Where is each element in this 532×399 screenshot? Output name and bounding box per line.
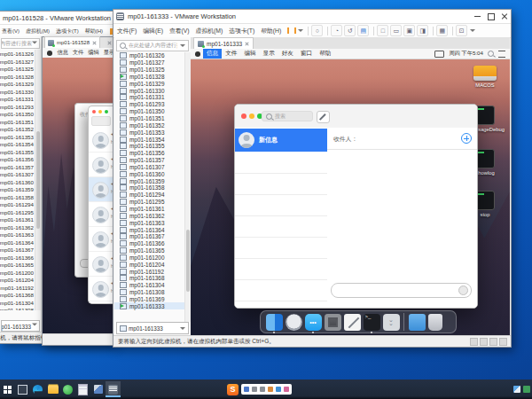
vm-list-item[interactable]: mp01-161352 (0, 125, 35, 133)
vm-list-item[interactable]: mp01-161294 (0, 200, 35, 208)
vm-list-item[interactable]: mp01-161192 (114, 268, 185, 275)
vm-list-item[interactable]: mp01-161359 (0, 185, 35, 193)
display-caret-icon[interactable] (470, 29, 475, 32)
buddy-row[interactable]: +86 http (89, 277, 114, 301)
vm-list-item[interactable]: mp01-161295 (114, 199, 185, 206)
messages-search-field[interactable]: 搜索 (262, 111, 313, 121)
apple-logo-icon[interactable] (195, 51, 200, 57)
vm-list-item[interactable]: mp01-161329 (114, 80, 185, 87)
notification-center-icon[interactable] (498, 51, 505, 58)
macos-menu-item[interactable]: 编辑 (86, 48, 101, 58)
tab-close-icon[interactable] (92, 41, 97, 45)
spotlight-search-icon[interactable] (488, 51, 494, 57)
macos-menu-item[interactable]: 信息 (55, 48, 70, 58)
fullscreen-icon[interactable]: ▣ (403, 25, 415, 36)
punctuation-icon[interactable] (260, 387, 265, 392)
vm-list-item[interactable]: mp01-161329 (0, 80, 35, 88)
minimize-icon[interactable] (249, 113, 254, 119)
minimize-button[interactable] (471, 11, 484, 23)
console-view-icon[interactable]: ▦ (436, 25, 448, 36)
vm-list-item[interactable]: mp01-161326 (114, 52, 185, 59)
scrollbar-thumb[interactable] (36, 131, 40, 229)
traffic-lights[interactable] (92, 110, 108, 113)
vm-list-item[interactable]: mp01-161330 (114, 87, 185, 94)
skin-icon[interactable] (276, 387, 281, 392)
vm-list-item[interactable]: mp01-161192 (0, 284, 35, 292)
vm-list-item[interactable]: mp01-161360 (0, 178, 35, 186)
zoom-icon[interactable] (105, 110, 108, 113)
buddy-row[interactable]: +86 http (89, 227, 114, 252)
minimize-icon[interactable] (98, 110, 102, 113)
vm-list-item[interactable]: mp01-161293 (0, 103, 35, 111)
macos-menu-item[interactable]: 文件 (70, 48, 85, 58)
vm-combo-front[interactable]: mp01-161333 (116, 322, 189, 334)
macos-menu-item[interactable]: 信息 (203, 49, 222, 59)
emoji-icon[interactable] (268, 387, 273, 392)
menu-bar-clock[interactable]: 周四 下午5:04 (449, 50, 483, 58)
app-green-icon[interactable] (60, 381, 75, 397)
toolbox-icon[interactable] (284, 387, 289, 392)
vm-list-item[interactable]: mp01-161295 (0, 208, 35, 216)
vmware-window-middle[interactable]: mp01-161528 信息文件编辑显示 收件人 (42, 36, 114, 346)
vm-list-item[interactable]: mp01-161361 (114, 206, 185, 213)
vm-list-item[interactable]: mp01-161326 (0, 50, 35, 58)
apple-logo-icon[interactable] (47, 51, 52, 56)
vm-list-item[interactable]: mp01-161354 (114, 136, 185, 143)
show-thumbnail-bar-icon[interactable]: ▭ (390, 25, 402, 36)
snapshot-manager-icon[interactable]: ▤ (357, 25, 369, 36)
finder-icon[interactable] (266, 314, 283, 331)
textedit-icon[interactable] (344, 314, 361, 331)
vm-list-item[interactable]: mp01-161363 (114, 219, 185, 226)
menu-item[interactable]: 查看(V) (169, 27, 190, 35)
app-document-icon[interactable] (75, 381, 90, 397)
vmware-window-front[interactable]: mp01-161333 - VMware Workstation 文件(F)编辑… (113, 9, 512, 348)
buddy-row[interactable]: +86 http (89, 202, 114, 227)
buddy-row[interactable]: +86 http (89, 252, 114, 277)
menu-item[interactable]: 选项卡(T) (56, 27, 79, 35)
vm-list-item[interactable]: mp01-161365 (114, 247, 185, 254)
vm-list-item[interactable]: mp01-161368 (0, 291, 35, 299)
vm-list-item[interactable]: mp01-161331 (0, 95, 35, 103)
vm-list-item[interactable]: mp01-161353 (0, 133, 35, 141)
app-blue-icon[interactable] (90, 381, 106, 397)
traffic-lights[interactable] (241, 113, 262, 119)
vm-list-item[interactable]: mp01-161358 (0, 193, 35, 201)
vm-list-item[interactable]: mp01-161351 (0, 118, 35, 126)
vm-list-item[interactable]: mp01-161354 (0, 140, 35, 148)
sogou-toolbar[interactable] (241, 384, 292, 395)
vm-list-item[interactable]: mp01-161367 (114, 233, 185, 240)
device-network-icon[interactable] (489, 338, 497, 346)
macos-menu-item[interactable]: 好友 (278, 49, 297, 59)
macos-menu-item[interactable]: 显示 (260, 49, 278, 59)
vm-list-item[interactable]: mp01-161325 (0, 65, 35, 73)
buddy-search-field[interactable] (91, 116, 111, 126)
vm-list-item[interactable]: mp01-161200 (0, 269, 35, 277)
vm-list-item[interactable]: mp01-161327 (114, 59, 185, 66)
panel-close-icon[interactable] (107, 41, 112, 45)
vm-list-item[interactable]: mp01-161358 (114, 184, 185, 192)
vm-list-item[interactable]: mp01-161361 (0, 215, 35, 223)
send-ctrl-alt-del-icon[interactable]: ○ (311, 25, 323, 36)
half-full-width-icon[interactable] (252, 387, 257, 392)
library-search-front[interactable]: 在此处键入内容进行搜索 (116, 40, 189, 51)
vm-list-item[interactable]: mp01-161353 (114, 129, 185, 136)
menu-item[interactable]: 帮助(H) (85, 27, 103, 35)
external-display-icon[interactable]: ⊡ (456, 25, 467, 36)
device-usb-icon[interactable] (499, 338, 507, 346)
vm-list-item[interactable]: mp01-161368 (114, 275, 185, 282)
vm-list-item[interactable]: mp01-161331 (114, 94, 185, 101)
vm-screen-middle[interactable]: 信息文件编辑显示 收件人 (43, 48, 114, 334)
vm-list-item[interactable]: mp01-161360 (114, 170, 185, 177)
vm-list-item[interactable]: mp01-161307 (0, 170, 35, 178)
buddy-list-window[interactable]: +86 http +86 http +86 http (88, 106, 114, 304)
vm-list-item[interactable]: mp01-161366 (114, 240, 185, 247)
macos-menu-item[interactable]: 编辑 (240, 49, 259, 59)
vm-list-item[interactable]: mp01-161369 (114, 296, 185, 303)
close-button[interactable] (497, 11, 511, 23)
unity-mode-icon[interactable]: ◨ (417, 25, 428, 36)
vm-list-item[interactable]: mp01-161308 (0, 306, 35, 310)
downloads-folder-icon[interactable] (409, 314, 426, 331)
vm-list-item[interactable]: mp01-161367 (0, 246, 35, 254)
vm-list-item[interactable]: mp01-161304 (114, 282, 185, 289)
audio-record-icon[interactable] (458, 286, 468, 295)
